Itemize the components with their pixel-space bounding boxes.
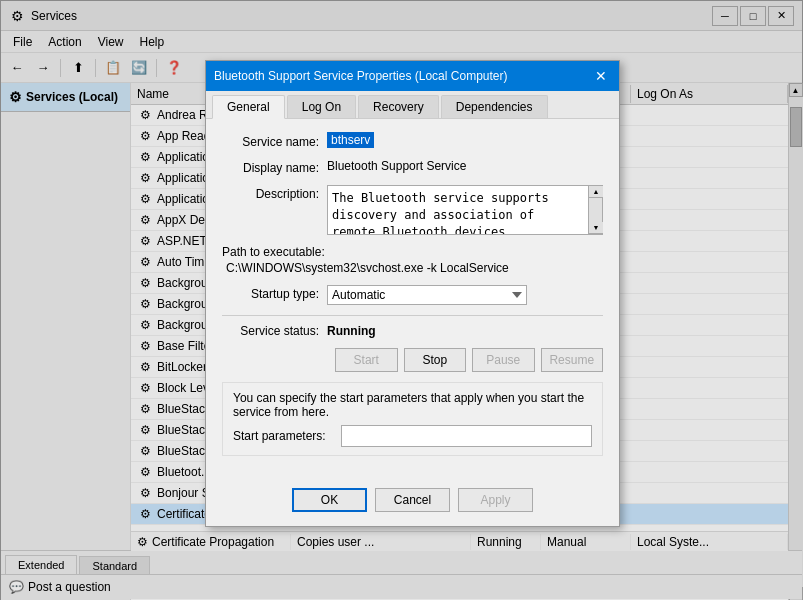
- dialog-tabs: General Log On Recovery Dependencies: [206, 91, 619, 119]
- service-name-field: bthserv: [327, 132, 374, 148]
- service-name-row: Service name: bthserv: [222, 133, 603, 149]
- stop-service-button[interactable]: Stop: [404, 348, 467, 372]
- cancel-button[interactable]: Cancel: [375, 488, 450, 512]
- pause-service-button[interactable]: Pause: [472, 348, 535, 372]
- description-container: ▲ ▼: [327, 185, 603, 235]
- start-params-description: You can specify the start parameters tha…: [233, 391, 592, 419]
- service-status-value: Running: [327, 324, 376, 338]
- dialog-footer: OK Cancel Apply: [206, 480, 619, 526]
- dialog-body: Service name: bthserv Display name: Blue…: [206, 119, 619, 480]
- path-label: Path to executable:: [222, 245, 603, 259]
- start-params-row: Start parameters:: [233, 425, 592, 447]
- description-row: Description: ▲ ▼: [222, 185, 603, 235]
- description-field[interactable]: [327, 185, 589, 235]
- resume-service-button[interactable]: Resume: [541, 348, 604, 372]
- desc-scroll-up[interactable]: ▲: [589, 186, 603, 198]
- description-label: Description:: [222, 185, 327, 201]
- tab-dependencies[interactable]: Dependencies: [441, 95, 548, 118]
- start-params-label: Start parameters:: [233, 429, 333, 443]
- display-name-value: Bluetooth Support Service: [327, 159, 603, 173]
- ok-button[interactable]: OK: [292, 488, 367, 512]
- tab-logon[interactable]: Log On: [287, 95, 356, 118]
- service-control-buttons: Start Stop Pause Resume: [335, 348, 603, 372]
- apply-button[interactable]: Apply: [458, 488, 533, 512]
- path-value: C:\WINDOWS\system32\svchost.exe -k Local…: [222, 261, 603, 275]
- startup-type-row: Startup type: Automatic Manual Disabled …: [222, 285, 603, 305]
- startup-select-container: Automatic Manual Disabled Automatic (Del…: [327, 285, 603, 305]
- path-section: Path to executable: C:\WINDOWS\system32\…: [222, 245, 603, 275]
- description-scrollbar: ▲ ▼: [589, 185, 603, 235]
- dialog-title-bar: Bluetooth Support Service Properties (Lo…: [206, 61, 619, 91]
- tab-recovery[interactable]: Recovery: [358, 95, 439, 118]
- service-status-label: Service status:: [222, 324, 327, 338]
- service-name-label: Service name:: [222, 133, 327, 149]
- start-params-section: You can specify the start parameters tha…: [222, 382, 603, 456]
- divider-line: [222, 315, 603, 316]
- start-service-button[interactable]: Start: [335, 348, 398, 372]
- display-name-row: Display name: Bluetooth Support Service: [222, 159, 603, 175]
- tab-general[interactable]: General: [212, 95, 285, 119]
- desc-scroll-down[interactable]: ▼: [589, 222, 603, 234]
- desc-scroll-track[interactable]: [589, 198, 602, 222]
- startup-type-label: Startup type:: [222, 285, 327, 301]
- dialog-close-button[interactable]: ✕: [591, 66, 611, 86]
- dialog-title-text: Bluetooth Support Service Properties (Lo…: [214, 69, 591, 83]
- service-status-row: Service status: Running: [222, 324, 603, 338]
- display-name-label: Display name:: [222, 159, 327, 175]
- startup-type-select[interactable]: Automatic Manual Disabled Automatic (Del…: [327, 285, 527, 305]
- service-name-value: bthserv: [327, 133, 603, 147]
- start-params-input[interactable]: [341, 425, 592, 447]
- service-properties-dialog: Bluetooth Support Service Properties (Lo…: [205, 60, 620, 527]
